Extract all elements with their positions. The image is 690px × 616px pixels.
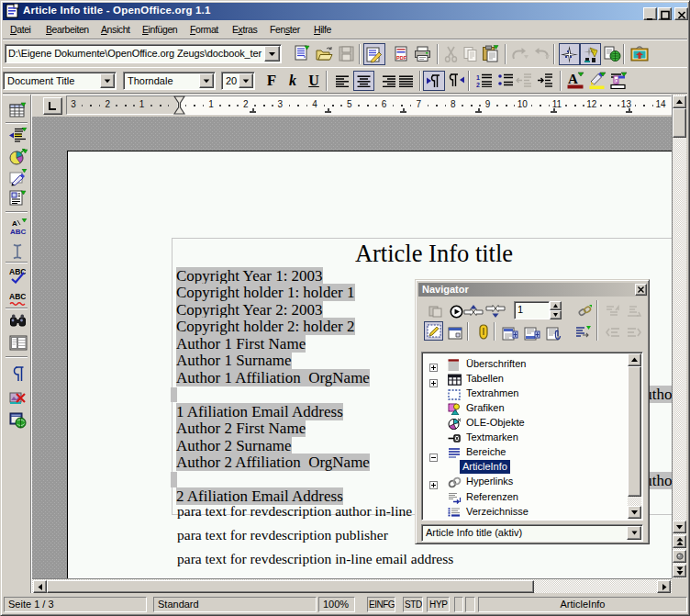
svg-text:A: A — [568, 72, 578, 86]
svg-text:ABC: ABC — [10, 228, 27, 236]
svg-text:PDF: PDF — [396, 55, 407, 61]
svg-text:g: g — [615, 77, 618, 84]
svg-text:1: 1 — [476, 74, 480, 81]
svg-text:2: 2 — [476, 82, 480, 88]
svg-text:A: A — [12, 219, 17, 228]
svg-text:ABC: ABC — [9, 292, 26, 301]
